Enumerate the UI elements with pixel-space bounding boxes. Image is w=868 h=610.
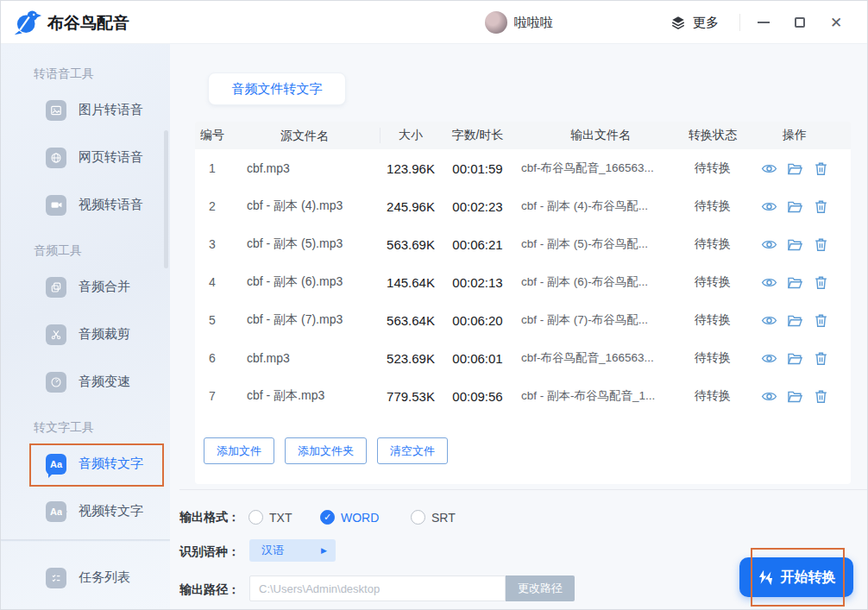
sidebar-item-label: 音频变速: [79, 374, 130, 390]
trash-icon[interactable]: [813, 274, 829, 291]
folder-open-icon[interactable]: [787, 236, 803, 253]
col-status: 转换状态: [687, 128, 739, 143]
eye-icon[interactable]: [761, 350, 777, 367]
radio-txt[interactable]: [248, 510, 263, 525]
sidebar-item-image-to-voice[interactable]: 图片转语音: [1, 86, 170, 134]
radio-txt-label[interactable]: TXT: [269, 511, 292, 525]
cell-source: cbf - 副本 (4).mp3: [230, 198, 381, 214]
minimize-button[interactable]: [750, 9, 777, 35]
video-camera-icon: [46, 195, 66, 216]
maximize-icon: [795, 17, 805, 28]
cell-duration: 00:02:13: [441, 275, 514, 290]
radio-srt[interactable]: [411, 510, 425, 525]
more-label: 更多: [693, 15, 719, 31]
cell-output: cbf - 副本 (6)-布谷鸟配...: [514, 274, 687, 290]
sidebar-item-audio-trim[interactable]: 音频裁剪: [1, 311, 170, 358]
folder-open-icon[interactable]: [787, 350, 803, 367]
close-button[interactable]: ✕: [822, 9, 850, 35]
tab-audio-file-to-text[interactable]: 音频文件转文字: [208, 72, 346, 105]
eye-icon[interactable]: [761, 388, 777, 405]
cell-status: 待转换: [687, 388, 739, 404]
trash-icon[interactable]: [813, 198, 829, 215]
sidebar: 转语音工具 图片转语音 网页转语音 视频转语音 音频工具: [1, 44, 170, 609]
folder-open-icon[interactable]: [787, 274, 803, 291]
cell-size: 563.64K: [381, 313, 441, 328]
bird-logo-icon: [13, 8, 42, 37]
cell-size: 779.53K: [381, 389, 441, 404]
titlebar: 布谷鸟配音 啦啦啦 更多 ✕: [1, 1, 867, 44]
cell-size: 563.69K: [381, 237, 441, 252]
table-row: 3cbf - 副本 (5).mp3563.69K00:06:21cbf - 副本…: [195, 225, 851, 263]
radio-word-label[interactable]: WORD: [341, 511, 379, 525]
col-output: 输出文件名: [514, 128, 687, 143]
trash-icon[interactable]: [813, 312, 829, 329]
table-row: 2cbf - 副本 (4).mp3245.96K00:02:23cbf - 副本…: [195, 187, 851, 225]
sidebar-item-audio-speed[interactable]: 音频变速: [1, 358, 170, 406]
change-path-button[interactable]: 更改路径: [506, 575, 575, 601]
radio-srt-label[interactable]: SRT: [431, 511, 456, 525]
folder-open-icon[interactable]: [787, 312, 803, 329]
file-buttons: 添加文件 添加文件夹 清空文件: [204, 437, 448, 464]
video-text-icon: Aa: [46, 501, 66, 522]
sidebar-item-task-list[interactable]: 任务列表: [1, 554, 170, 601]
arrow-right-icon: ▶: [321, 546, 327, 555]
app-title: 布谷鸟配音: [47, 12, 129, 35]
trash-icon[interactable]: [813, 160, 829, 177]
add-file-button[interactable]: 添加文件: [204, 437, 274, 464]
output-format-label: 输出格式：: [179, 510, 240, 525]
user-avatar[interactable]: [485, 11, 507, 34]
sidebar-item-video-to-voice[interactable]: 视频转语音: [1, 181, 170, 229]
trash-icon[interactable]: [813, 236, 829, 253]
trash-icon[interactable]: [813, 350, 829, 367]
speed-icon: [46, 372, 66, 393]
cell-source: cbf - 副本 (6).mp3: [230, 274, 381, 290]
eye-icon[interactable]: [761, 312, 777, 329]
sidebar-item-audio-to-text[interactable]: Aa 音频转文字: [1, 440, 170, 487]
sidebar-item-video-to-text[interactable]: Aa 视频转文字: [1, 487, 170, 535]
main-content: 音频文件转文字 编号 源文件名 大小 字数/时长 输出文件名 转换状态 操作 1…: [170, 44, 867, 609]
section-audio-tools: 音频工具: [34, 243, 170, 257]
cell-duration: 00:02:23: [441, 199, 514, 214]
eye-icon[interactable]: [761, 236, 777, 253]
cell-source: cbf.mp3: [230, 351, 381, 365]
minimize-icon: [758, 22, 770, 23]
merge-icon: [46, 277, 66, 298]
eye-icon[interactable]: [761, 274, 777, 291]
sidebar-scrollbar[interactable]: [164, 130, 168, 268]
cell-duration: 00:06:20: [441, 313, 514, 328]
cell-id: 5: [195, 313, 230, 327]
cell-status: 待转换: [687, 274, 739, 290]
trash-icon[interactable]: [813, 388, 829, 405]
folder-open-icon[interactable]: [787, 388, 803, 405]
table-row: 4cbf - 副本 (6).mp3145.64K00:02:13cbf - 副本…: [195, 263, 851, 301]
eye-icon[interactable]: [761, 160, 777, 177]
radio-word[interactable]: [320, 510, 335, 525]
output-path-input[interactable]: [249, 575, 506, 601]
language-value: 汉语: [261, 543, 321, 558]
clear-files-button[interactable]: 清空文件: [377, 437, 448, 464]
table-header: 编号 源文件名 大小 字数/时长 输出文件名 转换状态 操作: [195, 122, 851, 149]
cell-id: 6: [195, 351, 230, 365]
language-dropdown[interactable]: 汉语 ▶: [249, 539, 336, 562]
panel-divider: [179, 489, 867, 490]
layers-icon: [670, 15, 686, 30]
sidebar-item-label: 视频转语音: [79, 197, 143, 213]
cell-source: cbf - 副本.mp3: [230, 388, 381, 404]
add-folder-button[interactable]: 添加文件夹: [285, 437, 367, 464]
eye-icon[interactable]: [761, 198, 777, 215]
start-convert-label: 开始转换: [781, 569, 836, 587]
more-button[interactable]: 更多: [670, 11, 719, 34]
table-body: 1cbf.mp3123.96K00:01:59cbf-布谷鸟配音_166563.…: [195, 149, 851, 415]
table-row: 7cbf - 副本.mp3779.53K00:09:56cbf - 副本-布谷鸟…: [195, 377, 851, 415]
sidebar-item-web-to-voice[interactable]: 网页转语音: [1, 134, 170, 181]
folder-open-icon[interactable]: [787, 198, 803, 215]
cell-id: 1: [195, 161, 230, 175]
section-text-tools: 转文字工具: [34, 420, 170, 434]
cell-source: cbf.mp3: [230, 161, 381, 175]
sidebar-item-audio-merge[interactable]: 音频合并: [1, 263, 170, 311]
folder-open-icon[interactable]: [787, 160, 803, 177]
maximize-button[interactable]: [786, 9, 814, 35]
start-convert-button[interactable]: 开始转换: [739, 557, 853, 597]
sidebar-divider: [1, 539, 170, 540]
task-list-icon: [46, 568, 66, 588]
